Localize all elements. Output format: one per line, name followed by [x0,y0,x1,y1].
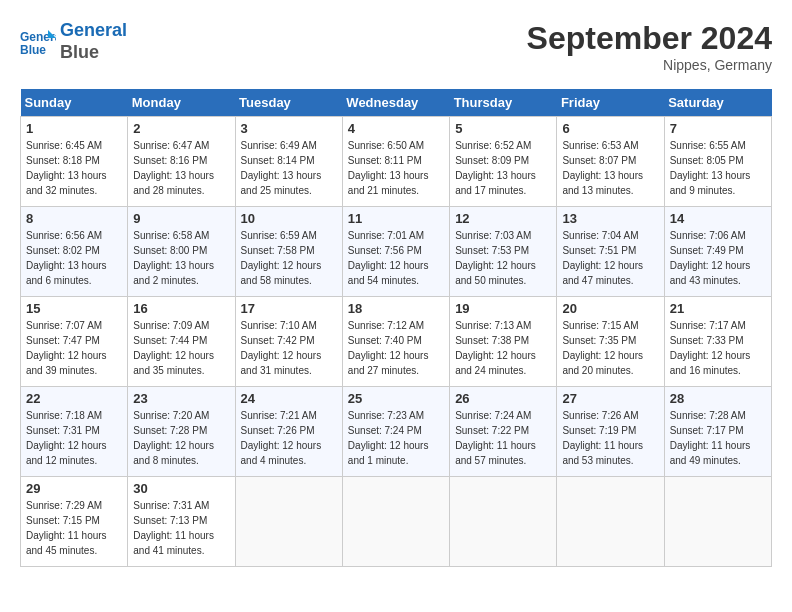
calendar-cell: 27Sunrise: 7:26 AMSunset: 7:19 PMDayligh… [557,387,664,477]
calendar-cell: 26Sunrise: 7:24 AMSunset: 7:22 PMDayligh… [450,387,557,477]
day-number: 5 [455,121,551,136]
day-number: 6 [562,121,658,136]
day-info: Sunrise: 7:03 AMSunset: 7:53 PMDaylight:… [455,228,551,288]
day-info: Sunrise: 7:12 AMSunset: 7:40 PMDaylight:… [348,318,444,378]
calendar-week-row: 8Sunrise: 6:56 AMSunset: 8:02 PMDaylight… [21,207,772,297]
day-number: 22 [26,391,122,406]
day-info: Sunrise: 6:58 AMSunset: 8:00 PMDaylight:… [133,228,229,288]
calendar-cell: 30Sunrise: 7:31 AMSunset: 7:13 PMDayligh… [128,477,235,567]
calendar-cell [235,477,342,567]
day-number: 9 [133,211,229,226]
calendar-cell: 29Sunrise: 7:29 AMSunset: 7:15 PMDayligh… [21,477,128,567]
day-header-tuesday: Tuesday [235,89,342,117]
day-number: 3 [241,121,337,136]
calendar-week-row: 15Sunrise: 7:07 AMSunset: 7:47 PMDayligh… [21,297,772,387]
calendar-table: SundayMondayTuesdayWednesdayThursdayFrid… [20,89,772,567]
day-info: Sunrise: 7:21 AMSunset: 7:26 PMDaylight:… [241,408,337,468]
calendar-cell: 5Sunrise: 6:52 AMSunset: 8:09 PMDaylight… [450,117,557,207]
day-number: 7 [670,121,766,136]
page-header: General Blue GeneralBlue September 2024 … [20,20,772,73]
day-header-monday: Monday [128,89,235,117]
svg-text:Blue: Blue [20,43,46,56]
day-number: 11 [348,211,444,226]
calendar-cell: 20Sunrise: 7:15 AMSunset: 7:35 PMDayligh… [557,297,664,387]
day-number: 25 [348,391,444,406]
calendar-cell [450,477,557,567]
day-info: Sunrise: 6:53 AMSunset: 8:07 PMDaylight:… [562,138,658,198]
day-info: Sunrise: 7:04 AMSunset: 7:51 PMDaylight:… [562,228,658,288]
day-info: Sunrise: 6:59 AMSunset: 7:58 PMDaylight:… [241,228,337,288]
day-number: 19 [455,301,551,316]
day-info: Sunrise: 6:55 AMSunset: 8:05 PMDaylight:… [670,138,766,198]
day-number: 23 [133,391,229,406]
logo: General Blue GeneralBlue [20,20,127,63]
calendar-cell: 17Sunrise: 7:10 AMSunset: 7:42 PMDayligh… [235,297,342,387]
calendar-cell: 25Sunrise: 7:23 AMSunset: 7:24 PMDayligh… [342,387,449,477]
day-info: Sunrise: 7:01 AMSunset: 7:56 PMDaylight:… [348,228,444,288]
day-info: Sunrise: 6:47 AMSunset: 8:16 PMDaylight:… [133,138,229,198]
calendar-cell: 8Sunrise: 6:56 AMSunset: 8:02 PMDaylight… [21,207,128,297]
day-number: 8 [26,211,122,226]
day-info: Sunrise: 7:13 AMSunset: 7:38 PMDaylight:… [455,318,551,378]
day-info: Sunrise: 7:10 AMSunset: 7:42 PMDaylight:… [241,318,337,378]
calendar-cell: 1Sunrise: 6:45 AMSunset: 8:18 PMDaylight… [21,117,128,207]
calendar-cell: 22Sunrise: 7:18 AMSunset: 7:31 PMDayligh… [21,387,128,477]
calendar-cell: 15Sunrise: 7:07 AMSunset: 7:47 PMDayligh… [21,297,128,387]
day-number: 10 [241,211,337,226]
calendar-cell: 18Sunrise: 7:12 AMSunset: 7:40 PMDayligh… [342,297,449,387]
day-header-thursday: Thursday [450,89,557,117]
day-number: 21 [670,301,766,316]
day-header-sunday: Sunday [21,89,128,117]
day-info: Sunrise: 7:07 AMSunset: 7:47 PMDaylight:… [26,318,122,378]
calendar-cell: 3Sunrise: 6:49 AMSunset: 8:14 PMDaylight… [235,117,342,207]
calendar-cell: 11Sunrise: 7:01 AMSunset: 7:56 PMDayligh… [342,207,449,297]
calendar-cell: 28Sunrise: 7:28 AMSunset: 7:17 PMDayligh… [664,387,771,477]
calendar-week-row: 29Sunrise: 7:29 AMSunset: 7:15 PMDayligh… [21,477,772,567]
calendar-cell: 21Sunrise: 7:17 AMSunset: 7:33 PMDayligh… [664,297,771,387]
day-number: 26 [455,391,551,406]
month-title: September 2024 [527,20,772,57]
calendar-cell: 9Sunrise: 6:58 AMSunset: 8:00 PMDaylight… [128,207,235,297]
location-subtitle: Nippes, Germany [527,57,772,73]
day-info: Sunrise: 7:15 AMSunset: 7:35 PMDaylight:… [562,318,658,378]
day-info: Sunrise: 7:18 AMSunset: 7:31 PMDaylight:… [26,408,122,468]
calendar-cell: 16Sunrise: 7:09 AMSunset: 7:44 PMDayligh… [128,297,235,387]
calendar-cell: 13Sunrise: 7:04 AMSunset: 7:51 PMDayligh… [557,207,664,297]
day-info: Sunrise: 6:50 AMSunset: 8:11 PMDaylight:… [348,138,444,198]
day-info: Sunrise: 7:24 AMSunset: 7:22 PMDaylight:… [455,408,551,468]
day-number: 30 [133,481,229,496]
calendar-cell: 7Sunrise: 6:55 AMSunset: 8:05 PMDaylight… [664,117,771,207]
day-header-saturday: Saturday [664,89,771,117]
day-number: 2 [133,121,229,136]
day-number: 27 [562,391,658,406]
title-block: September 2024 Nippes, Germany [527,20,772,73]
day-info: Sunrise: 7:06 AMSunset: 7:49 PMDaylight:… [670,228,766,288]
day-info: Sunrise: 6:49 AMSunset: 8:14 PMDaylight:… [241,138,337,198]
day-header-wednesday: Wednesday [342,89,449,117]
day-info: Sunrise: 7:23 AMSunset: 7:24 PMDaylight:… [348,408,444,468]
calendar-cell [664,477,771,567]
calendar-week-row: 1Sunrise: 6:45 AMSunset: 8:18 PMDaylight… [21,117,772,207]
calendar-cell: 23Sunrise: 7:20 AMSunset: 7:28 PMDayligh… [128,387,235,477]
calendar-cell: 14Sunrise: 7:06 AMSunset: 7:49 PMDayligh… [664,207,771,297]
calendar-header-row: SundayMondayTuesdayWednesdayThursdayFrid… [21,89,772,117]
calendar-cell: 10Sunrise: 6:59 AMSunset: 7:58 PMDayligh… [235,207,342,297]
day-info: Sunrise: 7:26 AMSunset: 7:19 PMDaylight:… [562,408,658,468]
day-number: 18 [348,301,444,316]
day-number: 4 [348,121,444,136]
day-info: Sunrise: 7:29 AMSunset: 7:15 PMDaylight:… [26,498,122,558]
day-info: Sunrise: 7:28 AMSunset: 7:17 PMDaylight:… [670,408,766,468]
calendar-cell: 4Sunrise: 6:50 AMSunset: 8:11 PMDaylight… [342,117,449,207]
day-info: Sunrise: 7:17 AMSunset: 7:33 PMDaylight:… [670,318,766,378]
day-number: 28 [670,391,766,406]
day-number: 12 [455,211,551,226]
day-header-friday: Friday [557,89,664,117]
calendar-cell [342,477,449,567]
day-number: 17 [241,301,337,316]
logo-text: GeneralBlue [60,20,127,63]
day-number: 20 [562,301,658,316]
day-number: 15 [26,301,122,316]
calendar-cell: 6Sunrise: 6:53 AMSunset: 8:07 PMDaylight… [557,117,664,207]
calendar-week-row: 22Sunrise: 7:18 AMSunset: 7:31 PMDayligh… [21,387,772,477]
day-number: 1 [26,121,122,136]
